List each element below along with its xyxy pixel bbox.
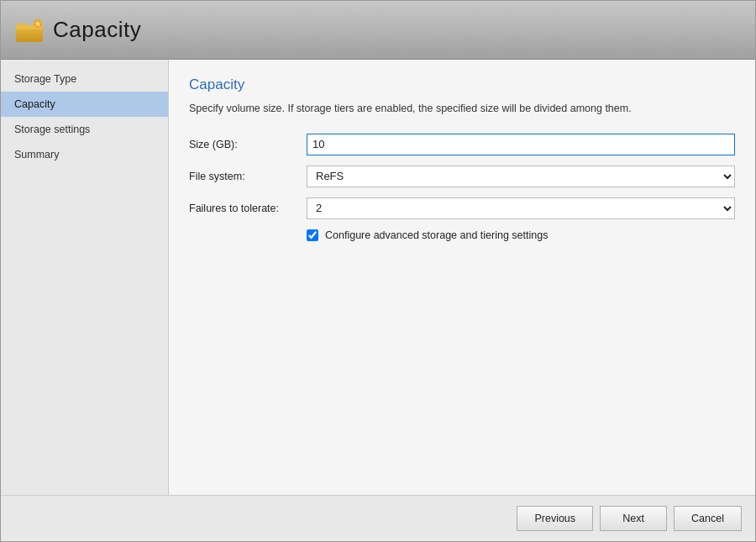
cancel-button[interactable]: Cancel xyxy=(674,506,742,531)
content-panel: Capacity Specify volume size. If storage… xyxy=(169,60,755,495)
title-bar: Capacity xyxy=(1,1,755,60)
size-input[interactable] xyxy=(307,134,735,155)
advanced-storage-checkbox-row: Configure advanced storage and tiering s… xyxy=(307,229,735,241)
advanced-storage-checkbox-label[interactable]: Configure advanced storage and tiering s… xyxy=(325,229,548,241)
failures-tolerate-row: Failures to tolerate: 1 2 3 xyxy=(189,197,735,219)
advanced-storage-checkbox[interactable] xyxy=(307,229,318,241)
next-button[interactable]: Next xyxy=(600,506,667,531)
sidebar-item-storage-settings[interactable]: Storage settings xyxy=(1,117,168,142)
size-label: Size (GB): xyxy=(189,139,307,150)
footer: Previous Next Cancel xyxy=(1,495,755,541)
file-system-row: File system: ReFS NTFS xyxy=(189,166,735,187)
sidebar-item-storage-type[interactable]: Storage Type xyxy=(1,66,168,92)
previous-button[interactable]: Previous xyxy=(517,506,593,531)
main-content: Storage Type Capacity Storage settings S… xyxy=(1,60,755,495)
window: Capacity Storage Type Capacity Storage s… xyxy=(0,0,756,542)
sidebar: Storage Type Capacity Storage settings S… xyxy=(1,60,169,495)
sidebar-item-summary[interactable]: Summary xyxy=(1,142,168,167)
content-title: Capacity xyxy=(189,76,735,93)
window-title: Capacity xyxy=(53,17,141,43)
folder-icon xyxy=(14,15,45,45)
file-system-label: File system: xyxy=(189,171,307,182)
failures-tolerate-select[interactable]: 1 2 3 xyxy=(307,197,735,219)
sidebar-item-capacity[interactable]: Capacity xyxy=(1,92,168,117)
failures-tolerate-label: Failures to tolerate: xyxy=(189,203,307,214)
file-system-select[interactable]: ReFS NTFS xyxy=(307,166,735,187)
size-row: Size (GB): xyxy=(189,134,735,155)
content-description: Specify volume size. If storage tiers ar… xyxy=(189,102,735,117)
